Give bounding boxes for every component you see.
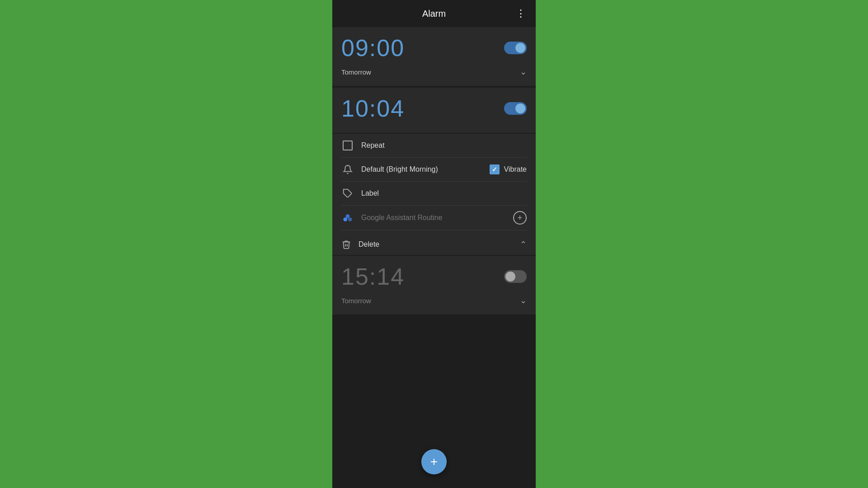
- add-alarm-button[interactable]: +: [421, 449, 447, 474]
- alarm-2-collapse-icon[interactable]: ⌃: [520, 239, 527, 249]
- ringtone-vibrate-row[interactable]: Default (Bright Morning) Vibrate: [341, 158, 527, 182]
- assistant-add-button[interactable]: +: [513, 211, 527, 225]
- alarm-3-schedule-label: Tomorrow: [341, 297, 371, 305]
- fab-icon: +: [430, 455, 438, 469]
- vibrate-section[interactable]: Vibrate: [490, 164, 527, 174]
- alarm-1-schedule-label: Tomorrow: [341, 68, 371, 76]
- alarm-card-3: 15:14 Tomorrow ⌄: [332, 256, 536, 314]
- assistant-routine-label: Google Assistant Routine: [361, 214, 513, 222]
- delete-label: Delete: [359, 240, 379, 249]
- alarm-card-1: 09:00 Tomorrow ⌄: [332, 27, 536, 86]
- assistant-icon: [341, 211, 354, 224]
- alarm-3-schedule-row[interactable]: Tomorrow ⌄: [341, 294, 527, 307]
- repeat-row[interactable]: Repeat: [341, 134, 527, 158]
- alarm-1-toggle-knob: [515, 43, 525, 53]
- svg-point-2: [343, 217, 347, 221]
- alarm-2-header: 10:04: [341, 95, 527, 122]
- svg-point-3: [348, 217, 352, 221]
- add-icon: +: [518, 213, 523, 223]
- alarm-card-2: 10:04: [332, 88, 536, 133]
- alarm-3-time[interactable]: 15:14: [341, 263, 405, 290]
- repeat-label: Repeat: [361, 141, 527, 150]
- alarm-2-expanded: Repeat Default (Bright Morning) Vibrate: [332, 134, 536, 255]
- vibrate-checkbox[interactable]: [490, 164, 500, 174]
- alarm-3-expand-icon[interactable]: ⌄: [520, 296, 527, 305]
- svg-point-4: [346, 214, 350, 218]
- repeat-checkbox-icon[interactable]: [341, 139, 354, 152]
- label-text: Label: [361, 189, 527, 197]
- alarm-2-toggle[interactable]: [504, 102, 527, 115]
- alarm-1-expand-icon[interactable]: ⌄: [520, 67, 527, 77]
- label-icon: [343, 188, 353, 198]
- phone-container: Alarm ⋮ 09:00 Tomorrow ⌄ 10:04: [332, 0, 536, 488]
- more-options-button[interactable]: ⋮: [516, 8, 527, 19]
- alarm-3-header: 15:14: [341, 263, 527, 290]
- divider-1: [341, 230, 527, 230]
- assistant-row[interactable]: Google Assistant Routine +: [341, 206, 527, 230]
- label-icon-container: [341, 187, 354, 200]
- alarm-3-toggle[interactable]: [504, 270, 527, 283]
- alarm-1-header: 09:00: [341, 34, 527, 61]
- alarm-1-toggle[interactable]: [504, 42, 527, 54]
- ringtone-section: Default (Bright Morning): [341, 163, 490, 176]
- label-row[interactable]: Label: [341, 182, 527, 206]
- delete-row[interactable]: Delete ⌃: [341, 234, 527, 251]
- alarm-2-time[interactable]: 10:04: [341, 95, 405, 122]
- alarm-2-toggle-knob: [515, 103, 525, 113]
- bell-icon-container: [341, 163, 354, 176]
- alarm-3-toggle-knob: [505, 272, 515, 282]
- alarm-1-time[interactable]: 09:00: [341, 34, 405, 61]
- ringtone-label: Default (Bright Morning): [361, 165, 490, 174]
- app-title: Alarm: [422, 9, 446, 19]
- repeat-checkbox[interactable]: [343, 141, 353, 150]
- trash-icon: [341, 239, 351, 249]
- assistant-icon-container: [341, 211, 354, 224]
- vibrate-label: Vibrate: [504, 165, 527, 174]
- bell-icon: [343, 164, 353, 174]
- top-bar: Alarm ⋮: [332, 0, 536, 27]
- alarm-1-schedule-row[interactable]: Tomorrow ⌄: [341, 65, 527, 79]
- delete-left: Delete: [341, 239, 379, 249]
